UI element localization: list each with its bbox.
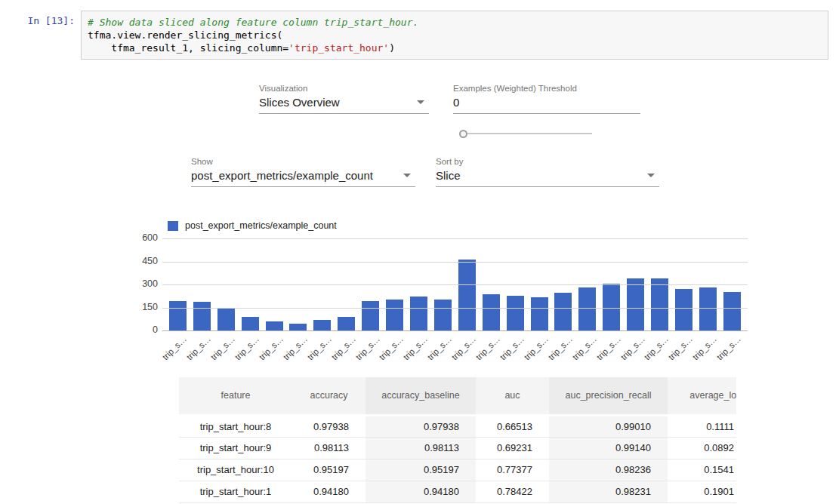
threshold-label: Examples (Weighted) Threshold (453, 84, 640, 93)
table-row: trip_start_hour:80.979380.979380.665130.… (179, 415, 736, 437)
visualization-label: Visualization (259, 84, 429, 93)
bar[interactable] (723, 292, 741, 330)
gridline (162, 284, 748, 285)
bar[interactable] (169, 301, 187, 330)
metrics-table: featureaccuracyaccuracy_baselineaucauc_p… (179, 377, 736, 503)
visualization-dropdown[interactable]: Slices Overview (259, 96, 429, 114)
x-tick: trip_s… (675, 330, 692, 358)
x-tick: trip_s… (362, 330, 379, 358)
bar[interactable] (289, 324, 307, 330)
code-line-3: tfma_result_1, slicing_column= (88, 42, 288, 54)
x-tick: trip_s… (554, 330, 572, 358)
column-header-accuracy_baseline[interactable]: accuracy_baseline (366, 377, 476, 415)
bar[interactable] (217, 309, 235, 330)
x-tick: trip_s… (313, 330, 331, 358)
column-header-average_loss[interactable]: average_loss (668, 377, 736, 415)
x-tick: trip_s… (458, 330, 476, 358)
threshold-control: Examples (Weighted) Threshold (453, 84, 640, 114)
x-tick-label: trip_s… (522, 334, 550, 362)
x-tick-label: trip_s… (594, 334, 622, 362)
metric-cell: 0.78422 (476, 481, 549, 502)
chart-legend: post_export_metrics/example_count (168, 220, 751, 231)
x-tick-label: trip_s… (643, 334, 671, 362)
slider-track[interactable] (467, 133, 592, 134)
feature-cell: trip_start_hour:1 (179, 481, 292, 502)
bar[interactable] (554, 293, 572, 330)
x-tick: trip_s… (627, 330, 644, 358)
legend-label: post_export_metrics/example_count (185, 220, 337, 231)
y-tick-label: 300 (135, 278, 158, 289)
bar[interactable] (362, 301, 379, 330)
metric-cell: 0.99010 (549, 415, 668, 437)
bar[interactable] (338, 317, 355, 330)
table-body: trip_start_hour:80.979380.979380.665130.… (179, 415, 736, 502)
metric-cell: 0.0892 (668, 437, 736, 459)
column-header-feature[interactable]: feature (179, 377, 292, 415)
x-tick: trip_s… (531, 330, 548, 358)
x-tick-label: trip_s… (474, 334, 502, 362)
chevron-down-icon (647, 174, 655, 177)
code-cell: In [13]: # Show data sliced along featur… (11, 11, 828, 60)
column-header-accuracy[interactable]: accuracy (292, 377, 366, 415)
y-tick-label: 0 (135, 324, 158, 335)
metric-cell: 0.98236 (549, 459, 668, 481)
y-tick-label: 450 (135, 256, 158, 266)
bar[interactable] (434, 300, 452, 330)
x-tick: trip_s… (434, 330, 452, 358)
x-tick: trip_s… (483, 330, 500, 358)
sort-dropdown[interactable]: Slice (436, 169, 659, 187)
threshold-input[interactable] (453, 96, 640, 114)
table-row: trip_start_hour:10.941800.941800.784220.… (179, 481, 736, 502)
x-tick-label: trip_s… (402, 334, 430, 362)
x-tick: trip_s… (651, 330, 668, 358)
metric-cell: 0.97938 (292, 415, 366, 437)
metric-cell: 0.95197 (292, 459, 366, 481)
show-value: post_export_metrics/example_count (191, 169, 373, 182)
metric-cell: 0.97938 (366, 415, 476, 437)
threshold-slider[interactable] (459, 128, 592, 139)
x-tick-label: trip_s… (570, 334, 598, 362)
code-line-3-close: ) (389, 42, 395, 54)
slider-knob[interactable] (459, 130, 467, 138)
x-tick-label: trip_s… (209, 334, 237, 362)
column-header-auc_precision_recall[interactable]: auc_precision_recall (549, 377, 668, 415)
gridline (162, 262, 748, 263)
x-tick: trip_s… (217, 330, 235, 358)
x-tick: trip_s… (699, 330, 717, 358)
bar[interactable] (699, 287, 717, 330)
bar[interactable] (578, 287, 596, 330)
x-tick-label: trip_s… (546, 334, 574, 362)
gridline (162, 238, 748, 239)
bar[interactable] (483, 294, 500, 330)
column-header-auc[interactable]: auc (476, 377, 549, 415)
chevron-down-icon (403, 174, 411, 177)
x-tick: trip_s… (289, 330, 307, 358)
bar[interactable] (651, 278, 668, 330)
bar[interactable] (675, 289, 692, 330)
table-row: trip_start_hour:100.951970.951970.773770… (179, 459, 736, 481)
bar[interactable] (242, 317, 259, 330)
notebook-page: In [13]: # Show data sliced along featur… (0, 0, 839, 504)
show-control: Show post_export_metrics/example_count (191, 157, 415, 187)
bar[interactable] (531, 297, 548, 330)
x-tick: trip_s… (410, 330, 427, 358)
bar[interactable] (458, 260, 476, 330)
slices-bar-chart: post_export_metrics/example_count 600450… (140, 220, 751, 358)
x-tick: trip_s… (242, 330, 259, 358)
show-dropdown[interactable]: post_export_metrics/example_count (191, 169, 415, 187)
metric-cell: 0.77377 (476, 459, 549, 481)
bar[interactable] (266, 321, 283, 330)
bar[interactable] (627, 278, 644, 330)
metric-cell: 0.98231 (549, 481, 668, 502)
x-tick-label: trip_s… (258, 334, 285, 362)
code-editor[interactable]: # Show data sliced along feature column … (81, 11, 828, 60)
cell-prompt: In [13]: (11, 11, 81, 26)
x-tick-label: trip_s… (450, 334, 478, 362)
bar[interactable] (386, 300, 403, 330)
bar[interactable] (507, 296, 524, 330)
x-tick-label: trip_s… (281, 334, 309, 362)
x-tick-label: trip_s… (185, 334, 213, 362)
bar[interactable] (313, 320, 331, 330)
bar[interactable] (193, 302, 211, 330)
bar[interactable] (410, 297, 427, 330)
